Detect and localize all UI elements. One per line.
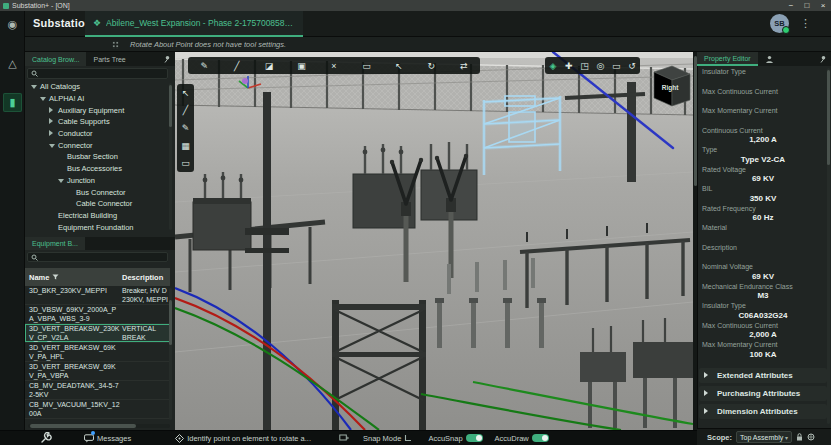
accusnap-toggle[interactable] [466,434,483,442]
place-line-icon[interactable]: ╱ [220,57,252,74]
table-hscrollbar[interactable] [28,424,170,428]
property-value[interactable]: Type V2-CA [700,155,826,165]
tree-item[interactable]: All Catalogs [25,81,169,93]
pan-view-icon[interactable]: ✚ [561,57,577,74]
minimize-icon[interactable]: − [783,0,799,11]
tree-scrollbar-thumb[interactable] [169,85,172,127]
attribute-section[interactable]: Dimension Attributes [699,404,827,419]
tree-item[interactable]: Bus Accessories [25,163,169,175]
property-value[interactable] [700,96,826,106]
equipment-search-input[interactable] [38,253,164,261]
fence-icon[interactable]: ▭ [350,57,382,74]
tree-item[interactable]: Connector [25,139,169,151]
property-value[interactable]: M3 [700,291,826,301]
property-value[interactable]: 69 KV [700,174,826,184]
column-description[interactable]: Description [122,273,170,282]
grid-display-icon[interactable]: ▦ [177,137,194,155]
wrench-icon[interactable] [40,432,52,444]
tree-item[interactable]: Auxiliary Equipment [25,104,169,116]
3d-viewport[interactable] [175,52,693,430]
tab-property-editor[interactable]: Property Editor [697,52,758,66]
equipment-row[interactable]: CB_MV_DEADTANK_34-5-72-5KV [25,381,170,400]
rotate-element-icon[interactable]: ↻ [415,57,447,74]
property-scrollbar-thumb[interactable] [827,70,830,165]
view-cube-face-label[interactable]: Right [648,84,692,91]
pin-icon[interactable] [163,55,171,63]
equipment-row[interactable]: 3D_VERT_BREAKSW_69KV_PA_VBPA [25,362,170,381]
catalog-search-input[interactable] [38,69,164,78]
equipment-row[interactable]: 3D_VERT_BREAKSW_69KV_PA_HPL [25,343,170,362]
scope-dropdown[interactable]: Top Assembly ▾ [736,431,792,443]
property-value[interactable]: 60 Hz [700,213,826,223]
zoom-icon[interactable]: ◎ [592,57,608,74]
equipment-row[interactable]: CB_MV_VACUUM_15KV_1200A [25,400,170,419]
attribute-section[interactable]: Extended Attributes [699,368,827,383]
move-element-icon[interactable]: ↖ [383,57,415,74]
drag-handle-icon[interactable] [112,41,119,49]
snap-mode-button[interactable]: Snap Mode [363,434,412,443]
property-field: Max Momentary Current100 KA [700,341,826,360]
attribute-section[interactable]: Purchasing Attributes [699,386,827,401]
portal-hub-icon[interactable]: ◉ [3,15,22,34]
property-value[interactable]: 2,000 A [700,330,826,340]
document-tab[interactable]: ❖ Abilene_West Expansion - Phase 2-17570… [85,11,303,37]
tab-equipment-browser[interactable]: Equipment B... [25,237,85,250]
equipment-row[interactable]: 3D_VBSW_69KV_2000A_PA_VBPA_WBS_3-9 [25,305,170,324]
equipment-row[interactable]: 3D_BKR_230KV_MEPPIBreaker, HV D 230KV, M… [25,286,170,305]
messages-button[interactable]: Messages [84,434,131,443]
tree-item[interactable]: ALPHA! AI [25,93,169,105]
kebab-menu-icon[interactable]: ⋮ [800,15,811,31]
restore-icon[interactable]: □ [799,0,815,11]
place-cell-icon[interactable]: ▭ [177,154,194,172]
selection-lock-icon[interactable] [796,433,803,441]
select-element-icon[interactable]: ↖ [177,84,194,102]
place-smartline-icon[interactable]: ╱ [177,102,194,120]
sync-icon[interactable]: △ [3,54,22,73]
chevron-down-icon [58,176,67,185]
display-set-button[interactable] [339,434,349,443]
mirror-element-icon[interactable]: ⇄ [448,57,480,74]
tree-item[interactable]: Busbar Section [25,151,169,163]
view-previous-icon[interactable]: ↺ [624,57,640,74]
equipment-manager-icon[interactable]: ▮ [3,93,22,112]
close-icon[interactable]: × [815,0,831,11]
tree-item[interactable]: Electrical Building [25,210,169,222]
tree-item[interactable]: Cable Supports [25,116,169,128]
equipment-row[interactable]: 3D_VERT_BREAKSW_230KV_CP_V2LAVERTICAL BR… [25,324,170,343]
snap-lock-icon[interactable] [807,433,815,441]
tree-item[interactable]: Cable Connector [25,198,169,210]
pin-icon[interactable] [819,55,827,63]
filter-funnel-icon[interactable] [52,274,59,280]
property-tabbar: Property Editor [697,52,831,66]
table-scrollbar-thumb[interactable] [169,300,172,345]
view-cube[interactable]: Right [648,62,692,110]
column-name[interactable]: Name [29,273,49,282]
property-value[interactable]: 69 KV [700,272,826,282]
tree-item[interactable]: Junction [25,175,169,187]
table-hscrollbar-thumb[interactable] [30,424,136,428]
property-value[interactable]: 350 KV [700,194,826,204]
tab-catalog-browser[interactable]: Catalog Brow... [25,52,86,66]
fit-view-icon[interactable]: ◳ [577,57,593,74]
property-value[interactable] [700,77,826,87]
annotate-icon[interactable]: ✎ [177,119,194,137]
tree-item[interactable]: Bus Connector [25,186,169,198]
hatch-area-icon[interactable]: ◪ [253,57,285,74]
property-value[interactable]: C06A032G24 [700,311,826,321]
window-area-icon[interactable]: ▭ [608,57,624,74]
property-value[interactable] [700,252,826,262]
modify-element-icon[interactable]: ✎ [188,57,220,74]
property-value[interactable]: 100 KA [700,350,826,360]
property-value[interactable] [700,116,826,126]
tree-item[interactable]: Conductor [25,128,169,140]
tab-parts-tree[interactable]: Parts Tree [86,52,132,66]
delete-element-icon[interactable]: × [318,57,350,74]
view-attributes-icon[interactable]: ◈ [545,57,561,74]
property-value[interactable] [700,233,826,243]
tab-equipment-info[interactable] [758,52,781,66]
tree-item[interactable]: Equipment Foundation [25,221,169,233]
user-avatar[interactable]: SB [770,14,789,33]
accudraw-toggle[interactable] [532,434,549,442]
property-value[interactable]: 1,200 A [700,135,826,145]
copy-element-icon[interactable]: ▣ [285,57,317,74]
